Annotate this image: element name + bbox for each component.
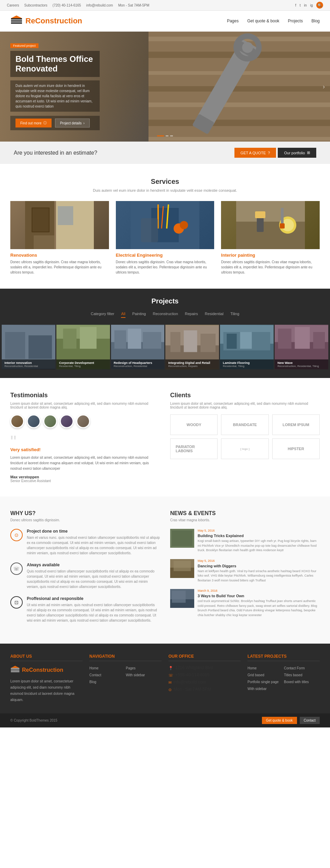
topbar-email: info@rebuild.com — [86, 3, 113, 7]
why-item-3: ⊡ Proffesional and responsible Ut wisi e… — [10, 596, 160, 623]
footer-latest-3b[interactable]: Boxed with titles — [284, 679, 320, 685]
news-content-2: May 5, 2016 Dancing with Diggers Nam et … — [198, 559, 320, 583]
svg-rect-46 — [80, 327, 97, 349]
clients-logos: WOODY BRANDGATE LOREM IPSUM PARIATOR LAB… — [170, 414, 320, 459]
footer-latest-2a[interactable]: Grid based — [248, 672, 283, 678]
gallery-name-2: Corporate Development — [59, 361, 107, 365]
get-quote-button[interactable]: GET A QUOTE ? — [234, 148, 276, 158]
avatar-2[interactable] — [27, 414, 41, 428]
gallery-name-1: Interior renovation — [4, 361, 53, 365]
gallery-item-1[interactable]: Interior renovation Reconstruction, Resi… — [2, 325, 55, 369]
dot-2[interactable] — [166, 135, 168, 136]
project-details-button[interactable]: Project details › — [55, 119, 90, 127]
footer-latest-1a[interactable]: Home — [248, 665, 283, 671]
footer-nav-contact[interactable]: Contact — [89, 672, 125, 678]
service-renovations: Renovations Donec ultrices sagittis dign… — [10, 201, 109, 275]
gallery-cat-1: Reconstruction, Residential — [4, 365, 53, 368]
service-painting: Interior painting Donec ultrices sagitti… — [221, 201, 320, 275]
quote-role: Senior Executive Assistant — [10, 479, 160, 483]
footer-latest-1b[interactable]: Contact Form — [284, 665, 320, 671]
svg-rect-35 — [255, 211, 265, 218]
subcontractors-link[interactable]: Subcontractors — [24, 3, 47, 7]
dot-3[interactable] — [170, 135, 173, 136]
news-headline-3[interactable]: 3 Ways to Build Your Own — [198, 594, 320, 598]
services-subtitle: Duis autem vel eum iriure dolor in hendr… — [10, 188, 320, 192]
service-electrical-title: Electrical Engineering — [116, 253, 214, 258]
gallery-item-4[interactable]: Integrating Digital and Retail Reconstru… — [165, 325, 219, 369]
find-out-more-button[interactable]: Find out more ⓘ — [15, 119, 52, 127]
logo-construction-text: Construction — [35, 16, 82, 25]
footer-nav-home[interactable]: Home — [89, 665, 125, 671]
nav-quote[interactable]: Get quote & book — [247, 19, 279, 23]
gallery-item-6[interactable]: New Wave Reconstruction, Residential, Ti… — [275, 325, 328, 369]
gallery-item-3[interactable]: Redesign of Headquarters Reconstruction,… — [111, 325, 165, 369]
svg-rect-56 — [201, 334, 216, 352]
portfolio-button[interactable]: Our portfolio ⊞ — [278, 148, 316, 158]
svg-rect-55 — [184, 330, 197, 352]
twitter-icon[interactable]: t — [300, 3, 301, 7]
why-us: WHY US? Donec ultrices sagittis dignissi… — [10, 510, 160, 630]
client-logo-6: HIPSTER — [272, 438, 320, 459]
filter-repairs[interactable]: Repairs — [185, 310, 198, 318]
testimonial-avatars — [10, 414, 160, 428]
svg-rect-20 — [32, 208, 49, 232]
footer-latest-2b[interactable]: Titles based — [284, 672, 320, 678]
svg-rect-38 — [281, 208, 284, 225]
footer-nav-with-sidebar[interactable]: With sidebar — [126, 672, 162, 678]
filter-reconstruction[interactable]: Reconstruction — [153, 310, 178, 318]
footer-navigation: NAVIGATION Home Pages Contact With sideb… — [89, 654, 162, 703]
facebook-icon[interactable]: f — [295, 3, 296, 7]
hero-buttons: Find out more ⓘ Project details › — [10, 116, 100, 130]
news-headline-1[interactable]: Building Tricks Explained — [198, 534, 320, 538]
footer-contact-button[interactable]: Contact — [300, 717, 320, 724]
footer-logo-icon — [10, 665, 20, 675]
footer-latest-title: LATEST PROJECTS — [248, 654, 320, 661]
svg-rect-71 — [174, 561, 191, 571]
footer-nav-pages[interactable]: Pages — [126, 665, 162, 671]
services-section: Services Duis autem vel eum iriure dolor… — [0, 164, 330, 289]
footer-nav-blog[interactable]: Blog — [89, 679, 125, 685]
filter-category[interactable]: Category filter — [91, 310, 114, 318]
news-item-1: May 5, 2016 Building Tricks Explained Ko… — [170, 529, 320, 553]
gallery-item-5[interactable]: Laminate Flooring Residential, Tiling — [220, 325, 274, 369]
news-content-1: May 5, 2016 Building Tricks Explained Ko… — [198, 529, 320, 553]
filter-all[interactable]: All — [121, 310, 125, 318]
gallery-item-2[interactable]: Corporate Development Residential, Tilin… — [56, 325, 110, 369]
hero-badge: Featured project — [10, 43, 38, 48]
filter-painting[interactable]: Painting — [132, 310, 146, 318]
avatar-5[interactable] — [76, 414, 90, 428]
footer-latest-3a[interactable]: Portfolio single page — [248, 679, 283, 685]
instagram-icon[interactable]: ig — [310, 3, 313, 7]
avatar-3[interactable] — [43, 414, 57, 428]
avatar-1[interactable] — [10, 414, 24, 428]
gallery-cat-3: Reconstruction, Residential — [114, 365, 162, 368]
svg-rect-76 — [11, 669, 20, 670]
news-date-3: March 9, 2016 — [198, 589, 320, 592]
clients-title: Clients — [170, 392, 320, 399]
estimate-bar: Are you interested in an estimate? GET A… — [0, 142, 330, 164]
search-button[interactable]: 🔍 — [316, 2, 323, 9]
careers-link[interactable]: Careers — [7, 3, 19, 7]
quote-title: Very satisfied! — [10, 447, 160, 452]
clients-subtitle: Lorem ipsum dolor sit amet, consectetuer… — [170, 402, 320, 409]
client-logo-3: LOREM IPSUM — [272, 414, 320, 435]
footer-latest-4a[interactable]: With sidebar — [248, 686, 283, 692]
nav-blog[interactable]: Blog — [311, 19, 320, 23]
hero-section: Featured project Bold Themes Office Reno… — [0, 32, 330, 142]
svg-rect-45 — [63, 329, 76, 348]
painting-image — [221, 201, 320, 249]
nav-pages[interactable]: Pages — [227, 19, 239, 23]
footer-quote-button[interactable]: Get quote & book — [262, 717, 297, 724]
testimonials-subtitle: Lorem ipsum dolor sit amet, consectetuer… — [10, 402, 160, 409]
filter-tiling[interactable]: Tiling — [230, 310, 239, 318]
dot-1[interactable] — [157, 135, 164, 136]
avatar-4[interactable] — [60, 414, 74, 428]
news-date-1: May 5, 2016 — [198, 529, 320, 532]
hero-description: Duis autem vel eum iriure dolor in hendr… — [10, 80, 100, 112]
filter-residential[interactable]: Residential — [205, 310, 223, 318]
why-news-section: WHY US? Donec ultrices sagittis dignissi… — [0, 497, 330, 644]
nav-projects[interactable]: Projects — [288, 19, 303, 23]
hero-next-arrow[interactable]: › — [323, 83, 325, 90]
news-headline-2[interactable]: Dancing with Diggers — [198, 564, 320, 568]
linkedin-icon[interactable]: in — [304, 3, 307, 7]
